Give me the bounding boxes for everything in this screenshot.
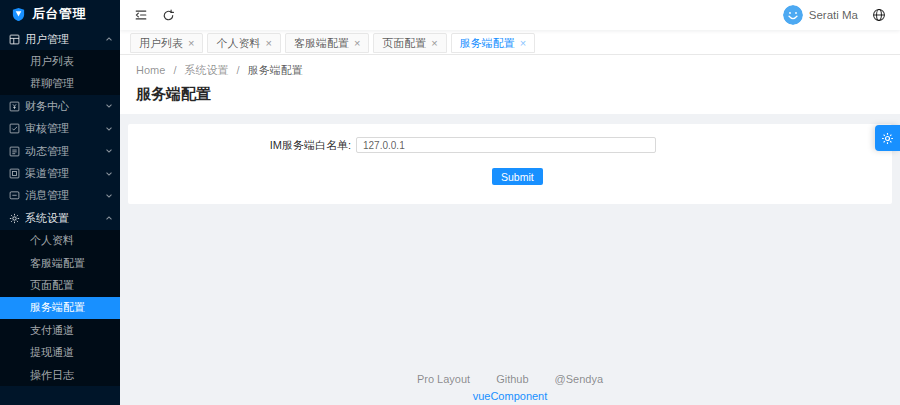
sidebar-item-label: 消息管理 (25, 188, 107, 203)
gear-icon (9, 213, 20, 224)
tab-server-config[interactable]: 服务端配置 × (451, 33, 535, 53)
sidebar-menu: 用户管理 用户列表 群聊管理 财务中心 审核管理 (0, 28, 120, 386)
close-icon[interactable]: × (431, 38, 437, 49)
breadcrumb-current: 服务端配置 (248, 64, 303, 76)
sidebar-item-page-config[interactable]: 页面配置 (0, 274, 120, 296)
sidebar-item-label: 财务中心 (25, 99, 107, 114)
sidebar-item-label: 服务端配置 (30, 300, 111, 315)
breadcrumb-home[interactable]: Home (136, 64, 165, 76)
chevron-down-icon (106, 103, 112, 109)
sidebar-item-label: 动态管理 (25, 144, 107, 159)
breadcrumb-separator: / (237, 64, 240, 76)
reload-icon (162, 9, 175, 22)
chevron-down-icon (106, 125, 112, 131)
finance-icon (9, 101, 20, 112)
sidebar-item-label: 系统设置 (25, 211, 107, 226)
sidebar-item-system-settings[interactable]: 系统设置 (0, 207, 120, 229)
main-area: Serati Ma 用户列表 × 个人资料 × 客服端配置 × 页面配置 × 服… (120, 0, 900, 405)
sidebar-item-dynamic-management[interactable]: 动态管理 (0, 140, 120, 162)
im-whitelist-label: IM服务端白名单: (128, 138, 356, 153)
table-icon (9, 34, 20, 45)
sidebar-item-group-chat[interactable]: 群聊管理 (0, 73, 120, 95)
sidebar-item-user-management[interactable]: 用户管理 (0, 28, 120, 50)
im-whitelist-input[interactable] (356, 137, 656, 153)
page-title: 服务端配置 (136, 85, 884, 104)
tab-personal-profile[interactable]: 个人资料 × (207, 33, 280, 53)
breadcrumb-system-settings[interactable]: 系统设置 (185, 64, 229, 76)
chevron-up-icon (106, 216, 112, 222)
sidebar-item-personal-profile[interactable]: 个人资料 (0, 230, 120, 252)
app-title: 后台管理 (32, 5, 86, 23)
submenu-user-management: 用户列表 群聊管理 (0, 50, 120, 95)
sidebar-item-label: 客服端配置 (30, 256, 111, 271)
avatar (783, 5, 803, 25)
tab-page-config[interactable]: 页面配置 × (373, 33, 446, 53)
tab-label: 页面配置 (382, 36, 426, 51)
tab-customer-service-config[interactable]: 客服端配置 × (285, 33, 369, 53)
app-logo[interactable]: 后台管理 (0, 0, 120, 28)
chevron-down-icon (106, 170, 112, 176)
top-bar: Serati Ma (120, 0, 900, 30)
sidebar-item-withdrawal-channel[interactable]: 提现通道 (0, 341, 120, 363)
sidebar-item-label: 群聊管理 (30, 76, 111, 91)
theme-settings-button[interactable] (875, 125, 900, 151)
tab-label: 客服端配置 (294, 36, 349, 51)
sidebar-item-audit-management[interactable]: 审核管理 (0, 118, 120, 140)
breadcrumb: Home / 系统设置 / 服务端配置 (136, 63, 884, 78)
tab-label: 用户列表 (139, 36, 183, 51)
sidebar-item-label: 个人资料 (30, 233, 111, 248)
dynamic-icon (9, 146, 20, 157)
menu-fold-button[interactable] (134, 8, 148, 22)
sidebar-item-label: 审核管理 (25, 121, 107, 136)
chevron-down-icon (106, 192, 112, 198)
user-menu[interactable]: Serati Ma (783, 5, 858, 25)
reload-button[interactable] (162, 9, 175, 22)
sidebar-item-finance-center[interactable]: 财务中心 (0, 95, 120, 117)
close-icon[interactable]: × (188, 38, 194, 49)
tab-bar: 用户列表 × 个人资料 × 客服端配置 × 页面配置 × 服务端配置 × (120, 30, 900, 55)
close-icon[interactable]: × (520, 38, 526, 49)
sidebar-item-label: 用户管理 (25, 32, 107, 47)
sidebar-item-label: 支付通道 (30, 323, 111, 338)
tab-label: 服务端配置 (460, 36, 515, 51)
sidebar-item-label: 提现通道 (30, 345, 111, 360)
chevron-up-icon (106, 37, 112, 43)
close-icon[interactable]: × (265, 38, 271, 49)
language-button[interactable] (872, 8, 886, 22)
sidebar: 后台管理 用户管理 用户列表 群聊管理 财务中心 (0, 0, 120, 405)
sidebar-item-message-management[interactable]: 消息管理 (0, 185, 120, 207)
shield-logo-icon (11, 7, 26, 22)
footer-links: Pro Layout Github @Sendya (120, 373, 900, 385)
sidebar-item-label: 操作日志 (30, 368, 111, 383)
footer-copyright-link[interactable]: vueComponent (120, 390, 900, 402)
content-area: IM服务端白名单: Submit Pro Layout Github @Send… (120, 114, 900, 405)
footer: Pro Layout Github @Sendya vueComponent (120, 373, 900, 402)
footer-link-pro-layout[interactable]: Pro Layout (417, 373, 470, 385)
user-name: Serati Ma (809, 9, 858, 21)
sidebar-item-user-list[interactable]: 用户列表 (0, 50, 120, 72)
chevron-down-icon (106, 147, 112, 153)
sidebar-item-payment-channel[interactable]: 支付通道 (0, 319, 120, 341)
submit-button[interactable]: Submit (492, 168, 543, 185)
form-row: IM服务端白名单: (128, 137, 892, 153)
sidebar-item-label: 渠道管理 (25, 166, 107, 181)
menu-fold-icon (134, 8, 148, 22)
submenu-system-settings: 个人资料 客服端配置 页面配置 服务端配置 支付通道 提现通道 操作日志 (0, 230, 120, 387)
audit-icon (9, 123, 20, 134)
sidebar-item-operation-log[interactable]: 操作日志 (0, 364, 120, 386)
close-icon[interactable]: × (354, 38, 360, 49)
message-icon (9, 190, 20, 201)
sidebar-item-customer-service-config[interactable]: 客服端配置 (0, 252, 120, 274)
footer-link-github[interactable]: Github (496, 373, 528, 385)
sidebar-item-label: 用户列表 (30, 54, 111, 69)
server-config-card: IM服务端白名单: Submit (128, 124, 892, 204)
submit-row: Submit (128, 168, 892, 185)
sidebar-item-server-config[interactable]: 服务端配置 (0, 297, 120, 319)
tab-user-list[interactable]: 用户列表 × (130, 33, 203, 53)
breadcrumb-separator: / (173, 64, 176, 76)
gear-icon (881, 132, 894, 145)
footer-link-sendya[interactable]: @Sendya (555, 373, 603, 385)
sidebar-item-label: 页面配置 (30, 278, 111, 293)
channel-icon (9, 168, 20, 179)
sidebar-item-channel-management[interactable]: 渠道管理 (0, 162, 120, 184)
